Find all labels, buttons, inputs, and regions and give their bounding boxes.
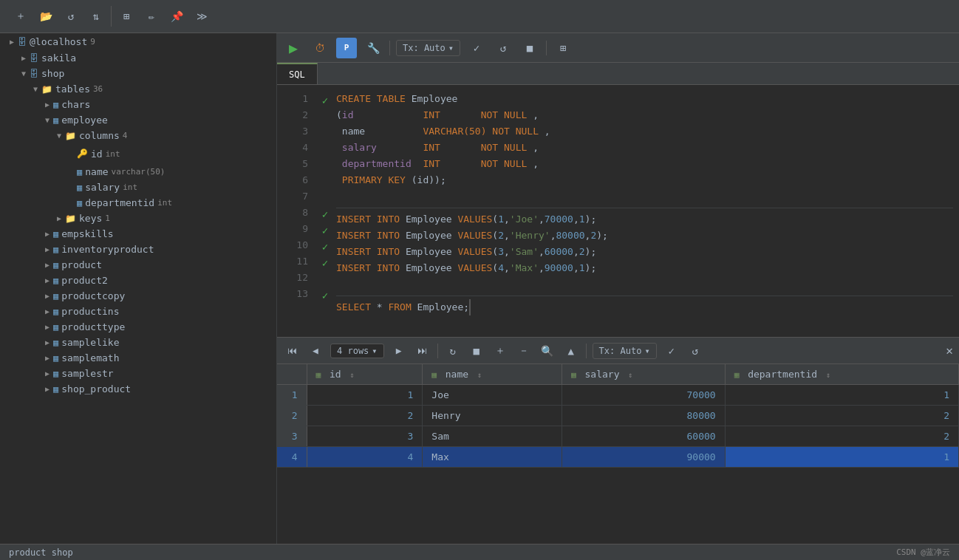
- table-row[interactable]: 3 3 Sam 60000 2: [277, 426, 959, 447]
- result-prev-btn[interactable]: ◀: [307, 342, 324, 360]
- result-col-id[interactable]: ▦ id ⇕: [307, 364, 423, 385]
- sidebar-item-columns[interactable]: ▼ 📁 columns 4: [0, 128, 276, 143]
- col-salary-type: int: [123, 182, 137, 192]
- result-delete-btn[interactable]: －: [515, 342, 533, 360]
- product2-label: product2: [61, 275, 108, 286]
- sidebar-item-sakila[interactable]: ▶ 🗄 sakila: [0, 50, 276, 66]
- result-sep-1: [437, 344, 438, 358]
- more-button[interactable]: ≫: [191, 6, 212, 27]
- sidebar-item-productins[interactable]: ▶ ▦ productins: [0, 304, 276, 319]
- code-editor[interactable]: 12345 678910 111213 ✓ ✓ ✓ ✓ ✓ ✓ CREAT: [277, 85, 959, 337]
- history-button[interactable]: ⏱: [310, 38, 330, 58]
- sidebar-item-col-departmentid[interactable]: ▦ departmentid int: [0, 195, 276, 211]
- row-2-depid: 2: [725, 406, 958, 426]
- sidebar-item-inventoryproduct[interactable]: ▶ ▦ inventoryproduct: [0, 242, 276, 257]
- run-button[interactable]: ▶: [283, 38, 304, 58]
- result-col-rownum: [277, 364, 307, 385]
- col-salary-header: salary: [585, 369, 620, 380]
- row-1-id: 1: [307, 385, 423, 406]
- table-row[interactable]: 2 2 Henry 80000 2: [277, 406, 959, 426]
- save-button[interactable]: ↺: [61, 6, 81, 27]
- keys-badge: 1: [105, 214, 110, 223]
- sidebar-item-tables[interactable]: ▼ 📁 tables 36: [0, 81, 276, 97]
- row-3-num: 3: [277, 426, 307, 447]
- table-button[interactable]: ⊞: [116, 6, 137, 27]
- open-button[interactable]: 📂: [35, 6, 56, 27]
- sidebar-item-samplelike[interactable]: ▶ ▦ samplelike: [0, 335, 276, 350]
- host-badge: 9: [90, 37, 95, 47]
- pin-button[interactable]: 📌: [166, 6, 187, 27]
- col-depid-label: departmentid: [85, 197, 154, 208]
- result-col-name[interactable]: ▦ name ⇕: [423, 364, 562, 385]
- result-table-container[interactable]: ▦ id ⇕ ▦ name ⇕ ▦ salary: [277, 364, 959, 544]
- sidebar-item-shop[interactable]: ▼ 🗄 shop: [0, 66, 276, 81]
- tx-chevron: ▾: [448, 43, 454, 53]
- result-commit-btn[interactable]: ✓: [663, 342, 680, 360]
- result-tx-label: Tx: Auto: [599, 346, 642, 356]
- result-close-btn[interactable]: ✕: [946, 344, 953, 358]
- invprod-icon: ▦: [53, 245, 58, 255]
- new-button[interactable]: ＋: [10, 6, 31, 27]
- tab-sql[interactable]: SQL: [277, 63, 318, 84]
- col-id-sort[interactable]: ⇕: [349, 371, 354, 379]
- col-id-spacer: [65, 146, 77, 162]
- result-first-btn[interactable]: ⏮: [283, 342, 301, 360]
- sidebar-item-product[interactable]: ▶ ▦ product: [0, 257, 276, 273]
- col-name-header: name: [446, 369, 468, 380]
- grid-button[interactable]: ⊞: [553, 38, 573, 58]
- result-refresh-btn[interactable]: ↻: [444, 342, 462, 360]
- result-rollback-btn[interactable]: ↺: [686, 342, 704, 360]
- col-depid-sort[interactable]: ⇕: [826, 371, 830, 379]
- sidebar-item-chars[interactable]: ▶ ▦ chars: [0, 97, 276, 112]
- tx-dropdown[interactable]: Tx: Auto ▾: [396, 40, 460, 56]
- result-stop-btn[interactable]: ■: [468, 342, 485, 360]
- row-3-depid: 2: [725, 426, 958, 447]
- result-search-btn[interactable]: 🔍: [539, 342, 556, 360]
- sidebar-item-keys[interactable]: ▶ 📁 keys 1: [0, 211, 276, 226]
- stop-button[interactable]: ■: [519, 38, 540, 58]
- tables-arrow: ▼: [30, 85, 41, 93]
- toolbar-group-file: ＋ 📂 ↺ ⇅: [6, 6, 112, 27]
- sidebar-item-empskills[interactable]: ▶ ▦ empskills: [0, 226, 276, 242]
- sidebar-item-shop-product[interactable]: ▶ ▦ shop_product: [0, 381, 276, 397]
- save-all-button[interactable]: ⇅: [86, 6, 106, 27]
- table-row[interactable]: 4 4 Max 90000 1: [277, 447, 959, 468]
- result-up-btn[interactable]: ▲: [562, 342, 580, 360]
- sidebar-item-col-name[interactable]: ▦ name varchar(50): [0, 164, 276, 180]
- sidebar-item-samplestr[interactable]: ▶ ▦ samplestr: [0, 366, 276, 381]
- sidebar-host[interactable]: ▶ 🗄 @localhost 9: [0, 33, 276, 50]
- col-depid-type: int: [157, 198, 172, 208]
- sidebar-item-col-salary[interactable]: ▦ salary int: [0, 180, 276, 195]
- line-checks: ✓ ✓ ✓ ✓ ✓ ✓: [314, 91, 336, 331]
- sidebar-item-col-id[interactable]: 🔑 id int: [0, 143, 276, 164]
- chars-label: chars: [61, 99, 90, 110]
- productcopy-label: productcopy: [61, 290, 125, 301]
- sidebar-item-samplemath[interactable]: ▶ ▦ samplemath: [0, 350, 276, 366]
- edit-button[interactable]: ✏: [141, 6, 162, 27]
- result-add-btn[interactable]: ＋: [491, 342, 509, 360]
- productcopy-icon: ▦: [53, 291, 58, 301]
- line-numbers: 12345 678910 111213: [277, 91, 314, 331]
- result-last-btn[interactable]: ⏭: [414, 342, 431, 360]
- code-content[interactable]: CREATE TABLE Employee (id INT NOT NULL ,…: [336, 91, 959, 331]
- code-line-13: SELECT * FROM Employee;: [336, 296, 953, 315]
- col-salary-sort[interactable]: ⇕: [628, 371, 632, 379]
- result-col-salary[interactable]: ▦ salary ⇕: [562, 364, 726, 385]
- col-id-icon: ▦: [316, 370, 321, 380]
- rows-info[interactable]: 4 rows ▾: [330, 344, 384, 358]
- table-row[interactable]: 1 1 Joe 70000 1: [277, 385, 959, 406]
- col-name-sort[interactable]: ⇕: [477, 371, 482, 379]
- commit-button[interactable]: ✓: [466, 38, 487, 58]
- rollback-button[interactable]: ↺: [493, 38, 513, 58]
- explain-button[interactable]: P: [336, 38, 357, 58]
- sidebar-item-productcopy[interactable]: ▶ ▦ productcopy: [0, 288, 276, 304]
- employee-arrow: ▼: [41, 116, 53, 124]
- wrench-button[interactable]: 🔧: [363, 38, 383, 58]
- result-tx-dropdown[interactable]: Tx: Auto ▾: [593, 343, 657, 359]
- result-next-btn[interactable]: ▶: [390, 342, 408, 360]
- col-depid-icon: ▦: [77, 198, 82, 208]
- result-col-departmentid[interactable]: ▦ departmentid ⇕: [725, 364, 958, 385]
- sidebar-item-employee[interactable]: ▼ ▦ employee: [0, 112, 276, 128]
- sidebar-item-product2[interactable]: ▶ ▦ product2: [0, 273, 276, 288]
- sidebar-item-producttype[interactable]: ▶ ▦ producttype: [0, 319, 276, 335]
